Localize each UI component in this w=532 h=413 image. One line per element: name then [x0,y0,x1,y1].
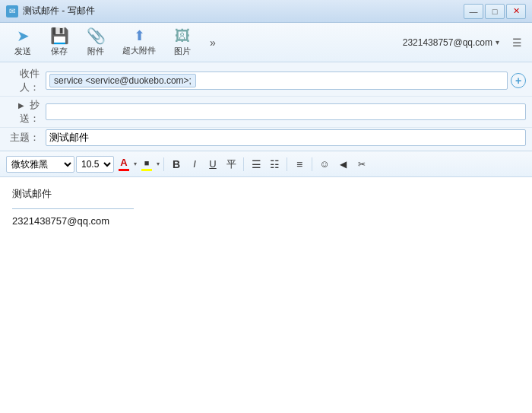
format-sep-2 [243,157,244,171]
big-attach-label: 超大附件 [122,45,156,56]
title-bar: ✉ 测试邮件 - 写邮件 — □ ✕ [0,0,532,23]
format-sep-1 [163,157,164,171]
save-icon: 💾 [50,28,69,43]
format-sep-4 [312,157,312,171]
account-chevron: ▾ [496,38,499,46]
image-icon: 🖼 [175,28,190,43]
attach-icon: 📎 [87,28,106,43]
more-icon: » [210,37,216,48]
email-header-fields: 收件人： service <service@duokebo.com>; + ▶ … [0,62,532,151]
strikethrough-button[interactable]: 平 [223,156,239,173]
tools-button-2[interactable]: ✂︎ [353,156,369,173]
add-recipient-button[interactable]: + [511,73,526,88]
window-title: 测试邮件 - 写邮件 [23,5,464,17]
bg-color-bar [141,169,152,171]
attach-button[interactable]: 📎 附件 [79,26,112,59]
send-button[interactable]: ➤ 发送 [6,26,40,59]
signature-email: 2321438757@qq.com [12,215,520,227]
email-body-text: 测试邮件 [12,186,520,202]
tools-button-1[interactable]: ◀ [334,156,351,173]
account-email: 2321438757@qq.com [403,37,492,48]
font-family-select[interactable]: 微软雅黑 [6,156,74,173]
toolbar-right: 2321438757@qq.com ▾ ☰ [398,33,526,52]
cc-input-wrap[interactable] [46,103,526,120]
app-icon: ✉ [6,5,18,17]
window-controls: — □ ✕ [464,4,526,19]
underline-button[interactable]: U [204,156,221,173]
numbered-list-button[interactable]: ☷ [266,156,283,173]
bg-color-dropdown-icon[interactable]: ▾ [157,160,160,167]
cc-input[interactable] [49,106,522,118]
cc-arrow-icon[interactable]: ▶ [18,101,24,110]
subject-field-row: 主题： [0,128,532,148]
to-input[interactable] [198,75,504,87]
font-color-bar [119,169,129,171]
recipient-tag: service <service@duokebo.com>; [49,74,196,87]
maximize-button[interactable]: □ [485,4,505,19]
font-color-button[interactable]: A [116,155,132,173]
to-input-wrap[interactable]: service <service@duokebo.com>; [46,71,508,90]
bold-button[interactable]: B [168,156,185,173]
image-label: 图片 [174,46,191,57]
font-color-dropdown-icon[interactable]: ▾ [134,160,137,167]
emoji-button[interactable]: ☺ [316,156,333,173]
main-toolbar: ➤ 发送 💾 保存 📎 附件 ⬆ 超大附件 🖼 图片 » 2321438757@… [0,23,532,62]
big-attach-icon: ⬆ [134,29,145,43]
more-tools-button[interactable]: » [202,26,223,59]
image-button[interactable]: 🖼 图片 [166,26,199,59]
account-selector[interactable]: 2321438757@qq.com ▾ [398,35,504,50]
big-attach-button[interactable]: ⬆ 超大附件 [116,26,163,59]
attach-label: 附件 [87,46,104,57]
format-sep-3 [287,157,287,171]
save-label: 保存 [51,46,68,57]
settings-menu-button[interactable]: ☰ [508,33,526,52]
email-body[interactable]: 测试邮件 2321438757@qq.com [0,177,532,413]
bg-color-button[interactable]: ■ [138,155,155,173]
subject-input-wrap[interactable] [46,129,526,146]
italic-button[interactable]: I [186,156,203,173]
send-label: 发送 [14,46,31,57]
send-icon: ➤ [17,28,30,43]
to-field-row: 收件人： service <service@duokebo.com>; + [0,65,532,97]
cc-label: ▶ 抄送： [6,98,46,125]
subject-input[interactable] [49,132,522,144]
close-button[interactable]: ✕ [506,4,526,19]
font-color-label: A [120,157,127,168]
bg-color-label: ■ [144,157,150,168]
font-size-select[interactable]: 10.5 [76,156,114,173]
subject-label: 主题： [6,131,46,145]
save-button[interactable]: 💾 保存 [43,26,76,59]
format-toolbar: 微软雅黑 10.5 A ▾ ■ ▾ B I U 平 ☰ ☷ ≡ ☺ ◀ ✂︎ [0,151,532,177]
align-button[interactable]: ≡ [291,156,308,173]
bullet-list-button[interactable]: ☰ [248,156,264,173]
cc-field-row: ▶ 抄送： [0,97,532,128]
signature-divider [12,208,134,209]
to-label: 收件人： [6,67,46,94]
minimize-button[interactable]: — [464,4,483,19]
